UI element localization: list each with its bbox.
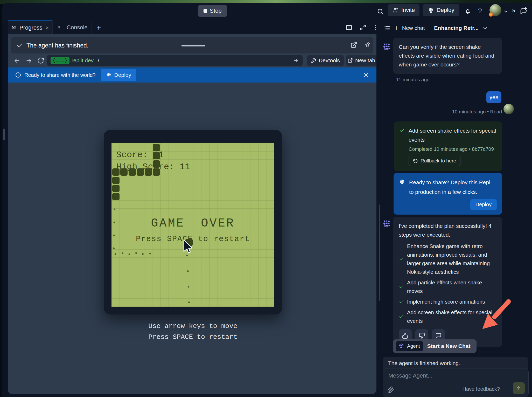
particle xyxy=(114,253,116,255)
user-reply-avatar xyxy=(503,104,514,114)
attachment-paperclip-icon[interactable] xyxy=(387,386,394,393)
info-icon xyxy=(15,72,21,78)
new-tab-button[interactable]: New tab xyxy=(346,55,376,66)
rollback-icon xyxy=(413,159,418,163)
chat-thread-title[interactable]: Enhancing Retr... xyxy=(434,25,479,31)
browser-back-icon[interactable] xyxy=(13,57,20,64)
help-icon[interactable]: ? xyxy=(478,7,482,15)
deploy-button[interactable]: Deploy xyxy=(423,4,459,16)
kebab-menu-icon[interactable] xyxy=(372,24,379,31)
wrench-icon xyxy=(311,58,316,63)
user-avatar[interactable] xyxy=(489,4,501,16)
browser-refresh-icon[interactable] xyxy=(37,57,44,64)
chat-deploy-card: Ready to share? Deploy this Repl to prod… xyxy=(394,173,502,215)
task-title: Add screen shake effects for special eve… xyxy=(409,126,497,144)
banner-text: Ready to share with the world? xyxy=(24,72,96,78)
rollback-button[interactable]: Rollback to here xyxy=(409,156,460,166)
search-icon[interactable] xyxy=(376,8,384,15)
agent-finished-text: The agent has finished. xyxy=(26,42,88,49)
notifications-bell-icon[interactable] xyxy=(464,7,471,15)
user-reply-meta: 10 minutes ago • Read xyxy=(425,109,502,115)
message-composer[interactable]: Have feedback? xyxy=(383,368,529,397)
tab-close-icon[interactable]: × xyxy=(45,24,49,31)
expand-icon[interactable] xyxy=(359,24,367,31)
deploy-banner: Ready to share with the world? Deploy xyxy=(8,67,376,83)
start-new-chat-button[interactable]: Agent Start a New Chat xyxy=(393,339,477,353)
mouse-cursor xyxy=(183,239,192,254)
start-new-chat-label: Start a New Chat xyxy=(427,343,471,349)
url-badge: {...} xyxy=(51,57,69,64)
particle xyxy=(114,208,116,210)
browser-forward-icon[interactable] xyxy=(25,57,32,64)
summary-intro: I've completed the plan successfully! 4 … xyxy=(399,222,496,239)
split-view-icon[interactable] xyxy=(345,24,353,31)
invite-person-icon xyxy=(393,7,399,13)
new-chat-plus-icon[interactable]: + xyxy=(394,24,398,32)
tab-progress[interactable]: Progress × xyxy=(8,20,52,34)
game-screen[interactable]: Score: 11 High Score: 11 GAME OVER Press… xyxy=(111,143,274,307)
deploy-label: Deploy xyxy=(437,7,454,13)
game-over-text: GAME OVER xyxy=(111,217,274,230)
tab-progress-label: Progress xyxy=(19,24,42,31)
agent-question-text: Can you verify if the screen shake effec… xyxy=(399,44,494,67)
particle xyxy=(142,253,144,255)
annotation-arrow xyxy=(479,299,512,332)
step-check-icon xyxy=(399,299,404,304)
completed-task-card: Add screen shake effects for special eve… xyxy=(394,121,502,171)
deploy-globe-icon xyxy=(399,179,405,186)
step-check-icon xyxy=(399,284,404,289)
avatar-chevron-down-icon[interactable] xyxy=(503,9,509,14)
have-feedback-link[interactable]: Have feedback? xyxy=(462,386,500,392)
deploy-card-text: Ready to share? Deploy this Repl to prod… xyxy=(409,179,490,195)
banner-close-icon[interactable] xyxy=(363,72,369,78)
agent-logo-icon xyxy=(399,343,405,349)
new-thread-icon[interactable] xyxy=(520,7,527,15)
snake-segment xyxy=(112,168,120,176)
step-text: Add particle effects when snake moves xyxy=(407,278,496,295)
add-tab-button[interactable]: + xyxy=(96,23,101,32)
snake-segment xyxy=(145,168,152,176)
agent-logo-icon xyxy=(383,43,392,52)
agent-logo-icon xyxy=(383,220,392,229)
url-path: / xyxy=(98,57,99,64)
collapsed-sidebar xyxy=(2,20,8,397)
deploy-card-button[interactable]: Deploy xyxy=(470,199,497,210)
particle xyxy=(187,286,190,288)
user-reply-text: yes xyxy=(489,94,498,101)
banner-deploy-button[interactable]: Deploy xyxy=(101,69,136,81)
snake-segment xyxy=(153,152,160,159)
banner-deploy-label: Deploy xyxy=(114,72,131,78)
snake-segment xyxy=(153,144,160,151)
url-go-icon[interactable] xyxy=(293,57,299,64)
drag-handle[interactable] xyxy=(181,45,205,46)
send-up-arrow-icon xyxy=(516,385,522,391)
panel-resize-handle[interactable] xyxy=(3,128,5,140)
chat-toolbar: + New chat Enhancing Retr... xyxy=(384,23,488,33)
tab-console[interactable]: >_ Console xyxy=(52,20,92,34)
pin-icon[interactable] xyxy=(364,42,371,48)
task-meta: Completed 10 minutes ago • 8b77d709 xyxy=(409,146,497,152)
chat-scrollbar[interactable] xyxy=(379,204,380,301)
thread-chevron-down-icon[interactable] xyxy=(482,25,488,31)
particle xyxy=(122,252,124,254)
agent-status-text: The agent is finished working. xyxy=(388,360,460,366)
url-domain: .replit.dev xyxy=(70,57,94,64)
send-button[interactable] xyxy=(513,382,525,394)
message-input[interactable] xyxy=(388,372,493,379)
popout-icon[interactable] xyxy=(351,42,357,48)
devtools-button[interactable]: Devtools xyxy=(307,55,344,66)
more-chevrons[interactable]: » xyxy=(512,6,515,15)
new-tab-label: New tab xyxy=(355,57,375,64)
press-space-text: Press SPACE to restart xyxy=(111,235,274,243)
devtools-label: Devtools xyxy=(319,57,340,64)
new-chat-link[interactable]: New chat xyxy=(402,25,425,31)
snake-segment xyxy=(153,168,160,176)
invite-button[interactable]: Invite xyxy=(388,4,419,16)
summary-step: Add particle effects when snake moves xyxy=(399,278,496,295)
url-bar[interactable]: {...} .replit.dev / xyxy=(47,55,303,66)
particle xyxy=(188,301,190,303)
chat-list-icon[interactable] xyxy=(384,25,391,32)
step-check-icon xyxy=(399,314,404,319)
avatar-status-badge xyxy=(489,12,493,17)
stop-button[interactable]: Stop xyxy=(198,5,227,17)
